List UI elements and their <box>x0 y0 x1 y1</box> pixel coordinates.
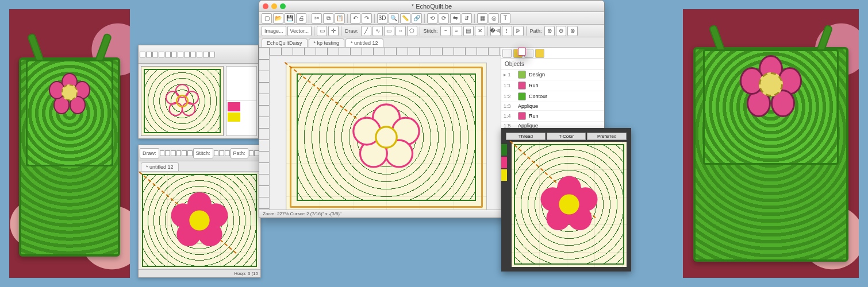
stitch-run-icon[interactable]: ~ <box>440 26 451 36</box>
cut-icon[interactable]: ✂ <box>312 13 322 24</box>
path-label: Path: <box>529 28 543 34</box>
open-icon[interactable]: 📂 <box>273 13 283 24</box>
color-swatch-green[interactable] <box>501 144 507 156</box>
draw-rect-icon[interactable]: ▭ <box>384 26 394 36</box>
image-button[interactable]: Image... <box>262 26 286 36</box>
detail-preview-panel: Thread T-Color Preferred <box>501 128 631 272</box>
detail-canvas[interactable] <box>512 142 627 267</box>
svg-point-11 <box>189 210 209 230</box>
object-row[interactable]: ▸ 1Design <box>501 69 604 80</box>
draw-curve-icon[interactable]: ∿ <box>372 26 383 36</box>
object-label: Design <box>529 72 545 77</box>
thumb-status: Hoop: 3 (15 <box>139 269 260 277</box>
measure-icon[interactable]: 📏 <box>400 13 410 24</box>
stitch-fill-icon[interactable]: ▤ <box>463 26 474 36</box>
object-index: 1:1 <box>504 83 515 88</box>
three-d-icon[interactable]: 3D <box>377 13 387 24</box>
document-tabs: EchoQuiltDaisy * kp testing * untitled 1… <box>259 37 604 48</box>
object-row[interactable]: 1:4Run <box>501 111 604 122</box>
object-row[interactable]: 1:3Applique <box>501 102 604 111</box>
object-index: 1:2 <box>504 94 515 99</box>
svg-point-2 <box>182 103 195 115</box>
stitch-cross-icon[interactable]: ✕ <box>475 26 485 36</box>
flower-filled-icon <box>537 173 601 236</box>
point-icon[interactable]: ✛ <box>328 26 339 36</box>
new-file-icon[interactable]: ▢ <box>262 13 272 24</box>
object-label: Contour <box>529 94 547 99</box>
color-swatch-yellow[interactable] <box>501 169 507 181</box>
flip-v-icon[interactable]: ⇵ <box>462 13 472 24</box>
draw-line-icon[interactable]: ╱ <box>361 26 371 36</box>
draw-poly-icon[interactable]: ⬠ <box>407 26 417 36</box>
vector-button[interactable]: Vector... <box>287 26 312 36</box>
flower-design[interactable] <box>349 100 424 174</box>
product-photo-right <box>683 9 859 278</box>
draw-label: Draw: <box>140 148 159 158</box>
link-icon[interactable]: 🔗 <box>412 13 422 24</box>
object-type-icon <box>518 71 526 79</box>
titlebar[interactable]: * EchoQuilt.be <box>259 1 604 12</box>
main-toolbar: ▢ 📂 💾 🖨 ✂ ⧉ 📋 ↶ ↷ 3D 🔍 📏 🔗 ⟲ ⟳ ⇋ ⇵ ▦ ◎ T <box>259 12 604 25</box>
object-label: Run <box>529 113 539 119</box>
select-icon[interactable]: ▭ <box>317 26 327 36</box>
doc-tab-3[interactable]: * untitled 12 <box>345 38 383 47</box>
object-row[interactable]: 1:2Contour <box>501 91 604 102</box>
doc-tab[interactable]: * untitled 12 <box>141 162 179 171</box>
object-row[interactable]: 1:1Run <box>501 80 604 91</box>
hoop-icon[interactable]: ◎ <box>489 13 499 24</box>
rotate-right-icon[interactable]: ⟳ <box>439 13 449 24</box>
objects-header: Objects <box>501 59 604 69</box>
svg-point-23 <box>559 194 579 214</box>
redo-icon[interactable]: ↷ <box>362 13 372 24</box>
doc-tab-2[interactable]: * kp testing <box>309 38 345 47</box>
svg-point-17 <box>376 127 397 148</box>
second-toolbar: Image... Vector... ▭ ✛ Draw: ╱ ∿ ▭ ○ ⬠ S… <box>259 25 604 37</box>
stitch-satin-icon[interactable]: ≈ <box>452 26 462 36</box>
path-union-icon[interactable]: ⊕ <box>544 26 555 36</box>
product-photo-left <box>9 9 130 278</box>
object-index: ▸ 1 <box>504 72 515 77</box>
ruler-vertical <box>259 48 270 210</box>
text-icon[interactable]: T <box>500 13 510 24</box>
detail-tab-thread[interactable]: Thread <box>506 133 546 140</box>
panel-tool-4[interactable] <box>535 49 544 58</box>
print-icon[interactable]: 🖨 <box>296 13 306 24</box>
undo-icon[interactable]: ↶ <box>350 13 360 24</box>
align-right-icon[interactable]: ⫸ <box>513 26 524 36</box>
copy-icon[interactable]: ⧉ <box>323 13 333 24</box>
flower-filled-icon <box>168 189 231 252</box>
color-swatch-pink[interactable] <box>501 157 507 168</box>
design-canvas[interactable] <box>286 63 487 210</box>
stitch-label: Stitch: <box>423 28 439 34</box>
detail-tab-tcolor[interactable]: T-Color <box>547 133 586 140</box>
object-type-icon <box>518 112 526 120</box>
ruler-horizontal <box>270 48 501 56</box>
draw-label: Draw: <box>344 28 360 34</box>
path-int-icon[interactable]: ⊗ <box>567 26 578 36</box>
flower-outline-icon <box>162 81 202 121</box>
window-title: * EchoQuilt.be <box>259 3 604 10</box>
status-zoom-cursor: Zoom: 227% Cursor: 2 (7/16)" x -(3/8)" <box>263 211 341 216</box>
save-icon[interactable]: 💾 <box>285 13 295 24</box>
panel-tool-1[interactable] <box>502 49 512 58</box>
path-sub-icon[interactable]: ⊖ <box>556 26 566 36</box>
object-index: 1:4 <box>504 113 515 119</box>
object-index: 1:3 <box>504 103 515 109</box>
detail-tab-preferred[interactable]: Preferred <box>587 133 627 140</box>
flip-h-icon[interactable]: ⇋ <box>450 13 460 24</box>
draw-circle-icon[interactable]: ○ <box>395 26 406 36</box>
stitch-label: Stitch: <box>193 148 213 158</box>
rotate-left-icon[interactable]: ⟲ <box>427 13 437 24</box>
app-thumb-outline <box>138 45 259 139</box>
object-type-icon <box>518 92 526 100</box>
grid-icon[interactable]: ▦ <box>477 13 487 24</box>
object-type-icon <box>518 82 526 90</box>
zoom-in-icon[interactable]: 🔍 <box>389 13 399 24</box>
doc-tab-1[interactable]: EchoQuiltDaisy <box>262 38 308 47</box>
object-label: Applique <box>518 103 538 109</box>
align-center-icon[interactable]: ⫶ <box>502 26 512 36</box>
path-label: Path: <box>231 148 248 158</box>
app-thumb-filled: Draw: Stitch: Path: * untitled 12 Hoop: … <box>138 145 261 278</box>
align-left-icon[interactable]: �⫷ <box>490 26 501 36</box>
paste-icon[interactable]: 📋 <box>335 13 345 24</box>
